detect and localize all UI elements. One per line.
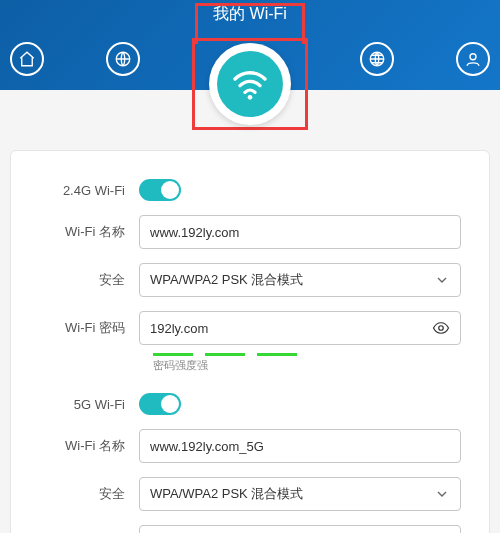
password-strength-bars bbox=[153, 353, 461, 356]
wifi24-name-row: Wi-Fi 名称 bbox=[39, 215, 461, 249]
wifi5-name-field[interactable] bbox=[139, 429, 461, 463]
wifi5-section-label: 5G Wi-Fi bbox=[39, 397, 139, 412]
wifi5-toggle[interactable] bbox=[139, 393, 181, 415]
wifi5-password-row: Wi-Fi 密码 bbox=[39, 525, 461, 533]
wifi24-password-row: Wi-Fi 密码 bbox=[39, 311, 461, 345]
wifi5-name-label: Wi-Fi 名称 bbox=[39, 437, 139, 455]
wifi24-name-field[interactable] bbox=[139, 215, 461, 249]
svg-point-4 bbox=[439, 326, 444, 331]
wifi24-name-label: Wi-Fi 名称 bbox=[39, 223, 139, 241]
wifi5-name-input[interactable] bbox=[150, 439, 450, 454]
home-icon[interactable] bbox=[10, 42, 44, 76]
wifi24-security-select[interactable] bbox=[139, 263, 461, 297]
wifi5-security-row: 安全 bbox=[39, 477, 461, 511]
wifi24-section-label: 2.4G Wi-Fi bbox=[39, 183, 139, 198]
password-strength-text: 密码强度强 bbox=[153, 358, 461, 373]
wifi24-password-label: Wi-Fi 密码 bbox=[39, 319, 139, 337]
wifi5-security-label: 安全 bbox=[39, 485, 139, 503]
wifi5-name-row: Wi-Fi 名称 bbox=[39, 429, 461, 463]
network-icon[interactable] bbox=[360, 42, 394, 76]
wifi-tab[interactable] bbox=[209, 43, 291, 125]
top-nav-bar: 我的 Wi-Fi bbox=[0, 0, 500, 90]
wifi24-enable-row: 2.4G Wi-Fi bbox=[39, 179, 461, 201]
wifi24-security-label: 安全 bbox=[39, 271, 139, 289]
wifi5-enable-row: 5G Wi-Fi bbox=[39, 393, 461, 415]
wifi-icon bbox=[230, 64, 270, 104]
globe-icon[interactable] bbox=[106, 42, 140, 76]
wifi24-toggle[interactable] bbox=[139, 179, 181, 201]
wifi5-password-field[interactable] bbox=[139, 525, 461, 533]
wifi-settings-panel: 2.4G Wi-Fi Wi-Fi 名称 安全 Wi-Fi 密码 密码强度强 5G… bbox=[10, 150, 490, 533]
wifi5-security-value[interactable] bbox=[150, 487, 434, 502]
user-icon[interactable] bbox=[456, 42, 490, 76]
wifi24-name-input[interactable] bbox=[150, 225, 450, 240]
wifi5-security-select[interactable] bbox=[139, 477, 461, 511]
nav-right bbox=[360, 42, 490, 76]
wifi24-security-row: 安全 bbox=[39, 263, 461, 297]
eye-icon[interactable] bbox=[432, 319, 450, 337]
svg-point-3 bbox=[248, 95, 253, 100]
chevron-down-icon bbox=[434, 486, 450, 502]
wifi-tab-highlight bbox=[192, 38, 308, 130]
nav-left bbox=[10, 42, 140, 76]
wifi24-password-input[interactable] bbox=[150, 321, 432, 336]
wifi24-security-value[interactable] bbox=[150, 273, 434, 288]
svg-point-2 bbox=[470, 54, 476, 60]
chevron-down-icon bbox=[434, 272, 450, 288]
wifi24-password-field[interactable] bbox=[139, 311, 461, 345]
